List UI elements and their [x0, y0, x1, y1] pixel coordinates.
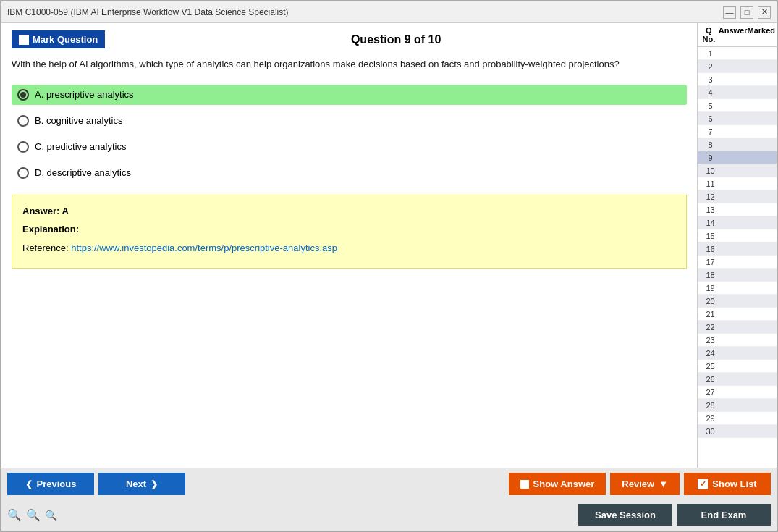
zoom-in-button[interactable]: 🔍 [7, 508, 22, 522]
window-controls: — □ ✕ [723, 6, 771, 19]
sidebar-row[interactable]: 6 [698, 112, 777, 125]
sidebar-row-num: 7 [698, 127, 723, 136]
sidebar-row-num: 18 [698, 271, 723, 279]
sidebar-row[interactable]: 7 [698, 125, 777, 138]
option-c[interactable]: C. predictive analytics [12, 137, 687, 157]
end-exam-button[interactable]: End Exam [677, 504, 771, 526]
radio-d [17, 167, 29, 179]
review-label: Review [622, 478, 654, 489]
answer-box: Answer: A Explanation: Reference: https:… [12, 195, 687, 269]
sidebar-row-num: 27 [698, 388, 723, 397]
save-session-button[interactable]: Save Session [578, 504, 672, 526]
reference-line: Reference: https://www.investopedia.com/… [22, 241, 676, 256]
sidebar-col-answer: Answer [719, 26, 748, 43]
sidebar-row-num: 30 [698, 427, 723, 436]
reference-label: Reference: [22, 242, 71, 253]
mark-question-button[interactable]: Mark Question [12, 30, 105, 48]
sidebar-row-num: 5 [698, 101, 723, 110]
zoom-reset-button[interactable]: 🔍 [26, 508, 41, 522]
sidebar-row[interactable]: 20 [698, 295, 777, 308]
sidebar-row[interactable]: 4 [698, 86, 777, 99]
sidebar-row[interactable]: 25 [698, 360, 777, 373]
sidebar-row[interactable]: 23 [698, 334, 777, 347]
minimize-button[interactable]: — [723, 6, 736, 19]
option-a[interactable]: A. prescriptive analytics [12, 85, 687, 105]
sidebar-header: Q No. Answer Marked [698, 23, 777, 47]
save-session-label: Save Session [595, 510, 656, 520]
sidebar-row[interactable]: 27 [698, 386, 777, 399]
previous-button[interactable]: Previous [7, 473, 94, 495]
sidebar-row[interactable]: 1 [698, 47, 777, 60]
end-exam-label: End Exam [701, 510, 747, 520]
sidebar-row-num: 9 [698, 153, 723, 162]
footer-bottom-bar: 🔍 🔍 🔍 Save Session End Exam [1, 499, 777, 531]
sidebar-row[interactable]: 5 [698, 99, 777, 112]
sidebar-row-num: 10 [698, 166, 723, 175]
sidebar-row-num: 8 [698, 140, 723, 149]
sidebar-row[interactable]: 13 [698, 203, 777, 216]
sidebar-row-num: 15 [698, 232, 723, 240]
sidebar-row-num: 12 [698, 193, 723, 201]
radio-a [17, 89, 29, 101]
sidebar-row-num: 20 [698, 297, 723, 305]
previous-label: Previous [37, 478, 77, 489]
sidebar-row[interactable]: 22 [698, 321, 777, 334]
sidebar-row-num: 17 [698, 258, 723, 266]
sidebar-row-num: 11 [698, 180, 723, 188]
sidebar-row[interactable]: 21 [698, 308, 777, 321]
main-window: IBM C1000-059 (IBM AI Enterprise Workflo… [0, 0, 778, 532]
show-answer-icon [520, 480, 529, 489]
zoom-out-button[interactable]: 🔍 [45, 510, 57, 521]
sidebar-row[interactable]: 12 [698, 190, 777, 203]
sidebar-row[interactable]: 24 [698, 347, 777, 360]
sidebar-row[interactable]: 8 [698, 138, 777, 151]
maximize-button[interactable]: □ [740, 6, 753, 19]
sidebar-row-num: 3 [698, 75, 723, 84]
show-answer-button[interactable]: Show Answer [509, 473, 606, 495]
sidebar-row-num: 29 [698, 414, 723, 423]
sidebar-row[interactable]: 14 [698, 216, 777, 229]
option-d[interactable]: D. descriptive analytics [12, 163, 687, 183]
question-text: With the help of AI algorithms, which ty… [12, 57, 687, 72]
reference-link[interactable]: https://www.investopedia.com/terms/p/pre… [71, 242, 337, 253]
sidebar-col-marked: Marked [747, 26, 775, 43]
sidebar-row-num: 4 [698, 88, 723, 97]
review-button[interactable]: Review ▼ [610, 473, 680, 495]
sidebar-row[interactable]: 19 [698, 282, 777, 295]
sidebar-row[interactable]: 30 [698, 425, 777, 438]
show-list-button[interactable]: Show List [684, 473, 771, 495]
main-panel: Mark Question Question 9 of 10 With the … [1, 23, 697, 468]
sidebar-row[interactable]: 10 [698, 164, 777, 177]
sidebar-row-num: 22 [698, 323, 723, 332]
sidebar-row[interactable]: 15 [698, 229, 777, 242]
question-title: Question 9 of 10 [105, 33, 687, 46]
option-b-label: B. cognitive analytics [35, 115, 122, 126]
explanation-label: Explanation: [22, 222, 676, 237]
sidebar-row[interactable]: 9 [698, 151, 777, 164]
radio-c [17, 141, 29, 153]
sidebar-row[interactable]: 26 [698, 373, 777, 386]
sidebar-row-num: 26 [698, 375, 723, 384]
option-a-label: A. prescriptive analytics [35, 89, 134, 100]
sidebar-row[interactable]: 17 [698, 256, 777, 269]
sidebar-row[interactable]: 3 [698, 73, 777, 86]
sidebar-row[interactable]: 2 [698, 60, 777, 73]
sidebar-row[interactable]: 16 [698, 242, 777, 256]
next-button[interactable]: Next [98, 473, 185, 495]
show-answer-label: Show Answer [533, 478, 595, 489]
sidebar-row[interactable]: 18 [698, 269, 777, 282]
sidebar-col-qno: Q No. [699, 26, 719, 43]
next-label: Next [126, 478, 146, 489]
answer-line: Answer: A [22, 204, 676, 219]
close-button[interactable]: ✕ [758, 6, 771, 19]
sidebar-row[interactable]: 29 [698, 412, 777, 425]
sidebar-row[interactable]: 11 [698, 177, 777, 190]
content-area: Mark Question Question 9 of 10 With the … [1, 23, 777, 468]
show-list-label: Show List [712, 478, 756, 489]
sidebar-row[interactable]: 28 [698, 399, 777, 412]
footer: Previous Next Show Answer Review ▼ Show … [1, 468, 777, 531]
sidebar-list[interactable]: 1234567891011121314151617181920212223242… [698, 47, 777, 468]
zoom-controls: 🔍 🔍 🔍 [7, 508, 57, 522]
option-b[interactable]: B. cognitive analytics [12, 111, 687, 131]
footer-top-bar: Previous Next Show Answer Review ▼ Show … [1, 468, 777, 499]
